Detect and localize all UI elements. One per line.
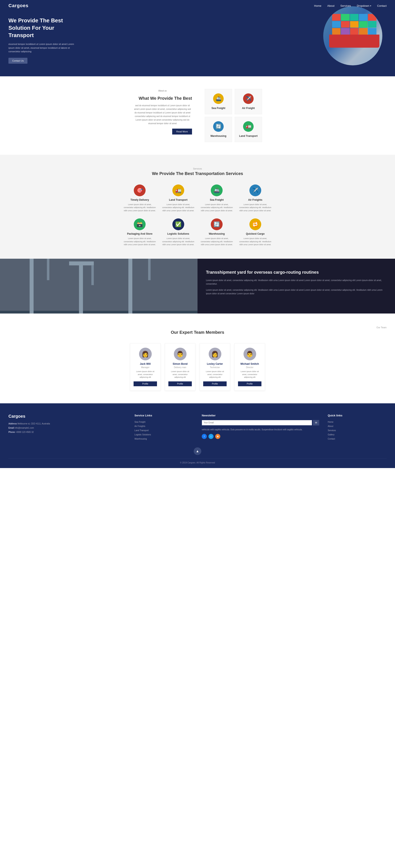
services-label: Services bbox=[8, 167, 387, 170]
transshipment-title: Transshipment yard for overseas cargo-ro… bbox=[206, 269, 387, 275]
services-title: We Provide The Best Transportation Servi… bbox=[8, 171, 387, 176]
land-transport-service-name: Land Transport bbox=[162, 198, 195, 202]
services-grid: 🎯 Timely Delivery Lorem ipsum dolor sit … bbox=[124, 184, 271, 246]
nav-logo[interactable]: Cargoes bbox=[8, 3, 28, 8]
cranes-illustration bbox=[0, 259, 198, 313]
team-role-2: Technician bbox=[203, 366, 227, 369]
footer-link-air[interactable]: Air Freights bbox=[134, 424, 193, 428]
twitter-icon[interactable]: t bbox=[208, 434, 214, 439]
svg-rect-10 bbox=[148, 259, 151, 280]
service-warehousing: 🔄 Warehousing Lorem ipsum dolor sit amet… bbox=[201, 218, 233, 246]
svg-rect-1 bbox=[0, 311, 198, 313]
back-to-top-button[interactable]: ▲ bbox=[194, 447, 201, 455]
footer-address: Melbourne st, CEO 4111, Australia bbox=[18, 423, 50, 425]
quickest-cargo-icon: 🔁 bbox=[249, 218, 261, 230]
avatar-michael: 👨 bbox=[244, 348, 256, 360]
copyright-text: © 2019 Cargoes. All Rights Reserved bbox=[8, 462, 387, 464]
newsletter-title: Newsletter bbox=[202, 414, 319, 417]
air-freight-icon: ✈️ bbox=[243, 93, 254, 104]
sea-freight-icon: 🚢 bbox=[213, 93, 224, 104]
rss-icon[interactable]: ◉ bbox=[215, 434, 220, 439]
footer-link-warehouse[interactable]: Warehousing bbox=[134, 437, 193, 441]
profile-button-3[interactable]: Profile bbox=[238, 381, 261, 386]
service-logistic: ✅ Logistic Solutions Lorem ipsum dolor s… bbox=[162, 218, 195, 246]
back-to-top: ▲ bbox=[8, 447, 387, 455]
service-packaging: 🗃️ Packaging And Store Lorem ipsum dolor… bbox=[124, 218, 156, 246]
packaging-name: Packaging And Store bbox=[124, 232, 156, 235]
transshipment-text: Transshipment yard for overseas cargo-ro… bbox=[198, 259, 395, 313]
sea-freight-service-desc: Lorem ipsum dolor sit amet, consectetur … bbox=[201, 203, 233, 212]
service-sea-freight: 🚢 Sea Freight Lorem ipsum dolor sit amet… bbox=[201, 184, 233, 212]
newsletter-submit[interactable]: ✉ bbox=[313, 420, 319, 426]
profile-button-1[interactable]: Profile bbox=[168, 381, 192, 386]
newsletter-text: vehicula velit sagittis vehicula. Duis p… bbox=[202, 428, 319, 432]
nav-home[interactable]: Home bbox=[314, 4, 321, 7]
logistic-name: Logistic Solutions bbox=[162, 232, 195, 235]
ship-hull bbox=[329, 35, 379, 48]
quick-links-title: Quick links bbox=[328, 414, 387, 417]
team-grid: 👩 Jack Will Manager Lorem ipsum dolor si… bbox=[8, 343, 387, 391]
svg-rect-5 bbox=[79, 261, 83, 313]
nav-contact[interactable]: Contact bbox=[377, 4, 387, 7]
quick-link-gallery[interactable]: Gallery bbox=[328, 433, 387, 437]
about-label: About us bbox=[133, 89, 192, 93]
service-air-freights: ✈️ Air Freights Lorem ipsum dolor sit am… bbox=[239, 184, 272, 212]
footer-about: Cargoes Address Melbourne st, CEO 4111, … bbox=[8, 414, 126, 441]
hero-image bbox=[323, 6, 382, 65]
quick-link-home[interactable]: Home bbox=[328, 420, 387, 424]
profile-button-2[interactable]: Profile bbox=[203, 381, 227, 386]
transshipment-para2: Lorem ipsum dolor sit amet, consectetur … bbox=[206, 288, 387, 296]
team-card-3: 👨 Michael Smitch Director Lorem ipsum do… bbox=[234, 343, 265, 391]
footer-link-sea[interactable]: Sea Freight bbox=[134, 420, 193, 424]
footer-link-logistic[interactable]: Logistic Solutions bbox=[134, 433, 193, 437]
avatar-simon: 👨 bbox=[174, 348, 187, 360]
transshipment-image bbox=[0, 259, 198, 313]
warehousing-service-name: Warehousing bbox=[201, 232, 233, 235]
team-name-1: Simon Bond bbox=[168, 363, 192, 365]
logistic-icon: ✅ bbox=[172, 218, 184, 230]
services-section: Services We Provide The Best Transportat… bbox=[0, 155, 395, 259]
hero-description: eiusmod tempor incididunt ut Lorem ipsum… bbox=[8, 42, 80, 54]
quick-link-services[interactable]: Services bbox=[328, 428, 387, 433]
hero-title: We Provide The Best Solution For Your Tr… bbox=[8, 17, 80, 39]
svg-rect-6 bbox=[69, 261, 94, 266]
svg-rect-0 bbox=[0, 259, 198, 313]
newsletter-input[interactable] bbox=[202, 420, 312, 426]
transshipment-section: Transshipment yard for overseas cargo-ro… bbox=[0, 259, 395, 313]
footer-phone: +0000 123 4565 32 bbox=[16, 431, 33, 433]
service-card-land: 🚛 Land Transport bbox=[235, 117, 262, 142]
svg-rect-8 bbox=[128, 259, 132, 313]
about-title: What We Provide The Best bbox=[133, 96, 192, 101]
team-desc-0: Lorem ipsum dolor sit amet, consectetur … bbox=[134, 370, 157, 379]
team-role-0: Manager bbox=[134, 366, 157, 369]
team-role-1: Delivery man bbox=[168, 366, 192, 369]
transshipment-para1: Lorem ipsum dolor sit amet, consectetur … bbox=[206, 279, 387, 286]
address-label: Address bbox=[8, 423, 17, 425]
logistic-desc: Lorem ipsum dolor sit amet, consectetur … bbox=[162, 237, 195, 246]
readmore-button[interactable]: Read More bbox=[172, 129, 192, 134]
footer-link-land[interactable]: Land Transport bbox=[134, 428, 193, 433]
contact-button[interactable]: Contact Us bbox=[8, 58, 27, 64]
footer-newsletter: Newsletter ✉ vehicula velit sagittis veh… bbox=[202, 414, 319, 441]
svg-rect-2 bbox=[30, 259, 33, 313]
nav-about[interactable]: About bbox=[327, 4, 334, 7]
facebook-icon[interactable]: f bbox=[202, 434, 207, 439]
email-label: Email bbox=[8, 427, 14, 429]
nav-dropdown[interactable]: Dropdown bbox=[357, 4, 371, 7]
sea-freight-service-icon: 🚢 bbox=[211, 184, 223, 196]
service-links-title: Service Links bbox=[134, 414, 193, 417]
footer-quick-links: Quick links Home About Services Gallery … bbox=[328, 414, 387, 441]
land-transport-label: Land Transport bbox=[239, 134, 257, 137]
air-freights-service-icon: ✈️ bbox=[249, 184, 261, 196]
warehousing-icon: 🔄 bbox=[213, 121, 224, 132]
about-description: sed do eiusmod tempor incididunt ut Lore… bbox=[133, 104, 192, 125]
ship-containers bbox=[332, 14, 376, 35]
nav-services[interactable]: Services bbox=[340, 4, 351, 7]
team-title: Our Expert Team Members bbox=[8, 330, 387, 335]
nav-links: Home About Services Dropdown Contact bbox=[314, 4, 387, 7]
quick-link-about[interactable]: About bbox=[328, 424, 387, 428]
air-freights-service-name: Air Freights bbox=[239, 198, 272, 202]
quick-link-contact[interactable]: Contact bbox=[328, 437, 387, 441]
packaging-desc: Lorem ipsum dolor sit amet, consectetur … bbox=[124, 237, 156, 246]
profile-button-0[interactable]: Profile bbox=[134, 381, 157, 386]
